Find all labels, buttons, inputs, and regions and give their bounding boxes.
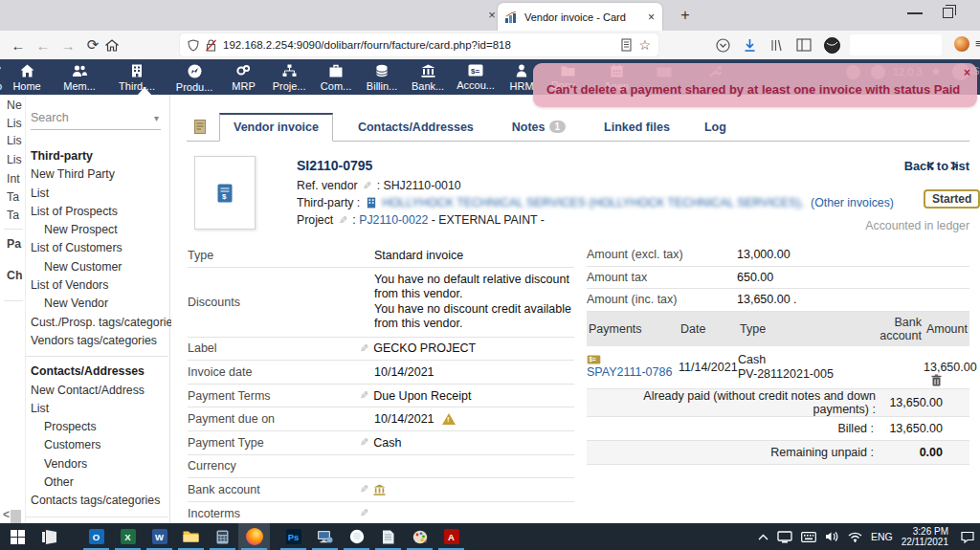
tab-favicon-icon	[505, 11, 519, 23]
sidebar-item-list[interactable]: List	[31, 185, 170, 203]
sidebar-item-other[interactable]: Other	[31, 473, 170, 492]
ref-vendor-label: Ref. vendor	[297, 179, 358, 192]
other-invoices-link[interactable]: (Other invoices)	[811, 196, 894, 209]
tab-title: Vendor invoice - Card	[524, 11, 642, 23]
taskbar-photoshop[interactable]: Ps	[278, 523, 309, 550]
tray-keyboard-icon[interactable]	[801, 532, 816, 542]
ghost-item: Int	[7, 172, 20, 186]
tray-clock[interactable]: 3:26 PM 22/11/2021	[902, 526, 948, 547]
browser-tab[interactable]: Vendor invoice - Card ×	[498, 3, 662, 31]
taskbar-outlook[interactable]: O	[80, 523, 112, 550]
reload-button[interactable]: ⟳	[80, 36, 105, 54]
scrollbar-thumb[interactable]	[11, 510, 21, 523]
tab-vendor-invoice[interactable]: Vendor invoice	[219, 113, 333, 142]
sidebar-item-new-prospect[interactable]: New Prospect	[31, 221, 170, 239]
col-type: Type	[738, 322, 864, 336]
taskbar-acrobat[interactable]: A	[435, 523, 467, 550]
new-tab-button[interactable]: +	[676, 6, 695, 25]
sidebar-item-vendors-tags[interactable]: Vendors tags/categories	[31, 332, 170, 350]
third-party-label: Third-party :	[297, 196, 360, 209]
sidebar-item-new-contact[interactable]: New Contact/Address	[31, 382, 170, 400]
prev-invoice-chevron[interactable]: <	[926, 158, 934, 173]
sidebar-item-new-third-party[interactable]: New Third Party	[31, 165, 170, 184]
notification-center-icon[interactable]	[961, 531, 974, 543]
toast-close-icon[interactable]: ×	[964, 66, 970, 79]
tray-wifi-icon[interactable]	[848, 532, 862, 542]
edit-pencil-icon[interactable]: ✎	[360, 436, 368, 449]
payment-ref-link[interactable]: SPAY2111-0786	[587, 365, 672, 379]
window-minimize-button[interactable]	[907, 11, 923, 14]
tab-log[interactable]: Log	[691, 115, 740, 141]
edit-pencil-icon[interactable]: ✎	[363, 180, 371, 192]
next-invoice-chevron[interactable]: >	[950, 158, 958, 173]
forward-button[interactable]: →	[56, 37, 80, 54]
tab-close-icon[interactable]: ×	[648, 11, 655, 24]
tab-notes[interactable]: Notes1	[499, 115, 579, 141]
sidebar-item-new-customer[interactable]: New Customer	[31, 258, 170, 276]
reader-mode-icon[interactable]	[621, 38, 632, 52]
tray-date: 22/11/2021	[902, 537, 948, 547]
sidebar-item-list-of-prospects[interactable]: List of Prospects	[31, 203, 170, 221]
chevron-down-icon[interactable]: ▾	[154, 113, 159, 123]
taskbar-notepad[interactable]	[372, 523, 404, 550]
sidebar-item-contact-list[interactable]: List	[31, 400, 170, 418]
tray-expand-chevron-icon[interactable]	[758, 534, 768, 540]
back-button-secondary[interactable]: ←	[31, 37, 56, 54]
sidebar-item-third-party[interactable]: Third-party	[31, 147, 170, 165]
sidebar-toggle-icon[interactable]	[796, 38, 812, 52]
back-button[interactable]: ←	[6, 37, 31, 54]
tray-language[interactable]: ENG	[871, 531, 893, 542]
tab-contacts-addresses[interactable]: Contacts/Addresses	[345, 115, 487, 141]
sidebar-search[interactable]: Search ▾	[31, 111, 161, 130]
tab-linked-files[interactable]: Linked files	[590, 115, 683, 141]
task-view-button[interactable]	[33, 523, 65, 550]
edit-pencil-icon[interactable]: ✎	[360, 342, 368, 355]
window-restore-button[interactable]	[943, 8, 953, 18]
sidebar-item-new-vendor[interactable]: New Vendor	[31, 295, 170, 313]
taskbar-firefox[interactable]	[238, 523, 270, 550]
delete-payment-trash-icon[interactable]	[931, 374, 942, 386]
sidebar-item-prospects[interactable]: Prospects	[31, 418, 170, 436]
sidebar-item-list-of-vendors[interactable]: List of Vendors	[31, 276, 170, 295]
bookmark-star-icon[interactable]: ☆	[638, 37, 651, 53]
tray-speaker-icon[interactable]	[825, 531, 839, 542]
sidebar-item-vendors[interactable]: Vendors	[31, 455, 170, 473]
library-icon[interactable]	[769, 38, 784, 53]
taskbar-paint[interactable]	[404, 523, 435, 550]
shield-icon[interactable]	[188, 39, 199, 52]
sidebar-item-contacts-addresses[interactable]: Contacts/Addresses	[31, 363, 170, 381]
taskbar-remote-desktop[interactable]	[309, 523, 341, 550]
field-label: Bank account	[188, 483, 358, 496]
edit-pencil-icon[interactable]: ✎	[339, 214, 347, 227]
taskbar-messenger[interactable]	[341, 523, 372, 550]
pocket-icon[interactable]	[716, 38, 730, 53]
tray-monitor-icon[interactable]	[777, 531, 792, 543]
url-text[interactable]: 192.168.2.254:9090/dolibarr/fourn/factur…	[223, 39, 614, 51]
invoice-thumbnail[interactable]: $	[194, 156, 256, 230]
start-button[interactable]	[2, 523, 33, 550]
sidebar-item-cust-prosp-tags[interactable]: Cust./Prosp. tags/categories	[31, 314, 170, 332]
sidebar-item-contacts-tags[interactable]: Contacts tags/categories	[31, 492, 170, 510]
extension-search-box[interactable]	[850, 34, 942, 55]
app-menu-icon[interactable]: ≡	[975, 36, 980, 52]
sidebar-item-customers[interactable]: Customers	[31, 436, 170, 454]
third-party-redacted-link[interactable]: HOLLYHOCK TECHNICAL SERVICES (HOLLYHOCK …	[382, 196, 804, 209]
payments-table-header: Payments Date Type Bank account Amount	[587, 312, 969, 346]
edit-pencil-icon[interactable]: ✎	[360, 483, 368, 495]
home-button[interactable]	[105, 39, 130, 52]
taskbar-excel[interactable]: X	[112, 523, 144, 550]
project-link[interactable]: PJ2110-0022	[359, 213, 428, 227]
sidebar-collapse-chevron[interactable]: <	[3, 508, 10, 521]
taskbar-file-explorer[interactable]	[175, 523, 207, 550]
sidebar-item-list-of-customers[interactable]: List of Customers	[31, 239, 170, 257]
remaining-unpaid-value: 0.00	[883, 446, 943, 459]
downloads-icon[interactable]	[743, 38, 757, 53]
insecure-lock-icon[interactable]	[206, 39, 216, 52]
taskbar-calculator[interactable]	[207, 523, 238, 550]
taskbar-word[interactable]: W	[144, 523, 175, 550]
url-bar[interactable]: 192.168.2.254:9090/dolibarr/fourn/factur…	[180, 33, 658, 56]
edit-pencil-icon[interactable]: ✎	[360, 507, 368, 519]
edit-pencil-icon[interactable]: ✎	[360, 389, 368, 402]
fox-extension-icon[interactable]	[954, 36, 969, 52]
extension-globe-icon[interactable]	[824, 37, 840, 54]
